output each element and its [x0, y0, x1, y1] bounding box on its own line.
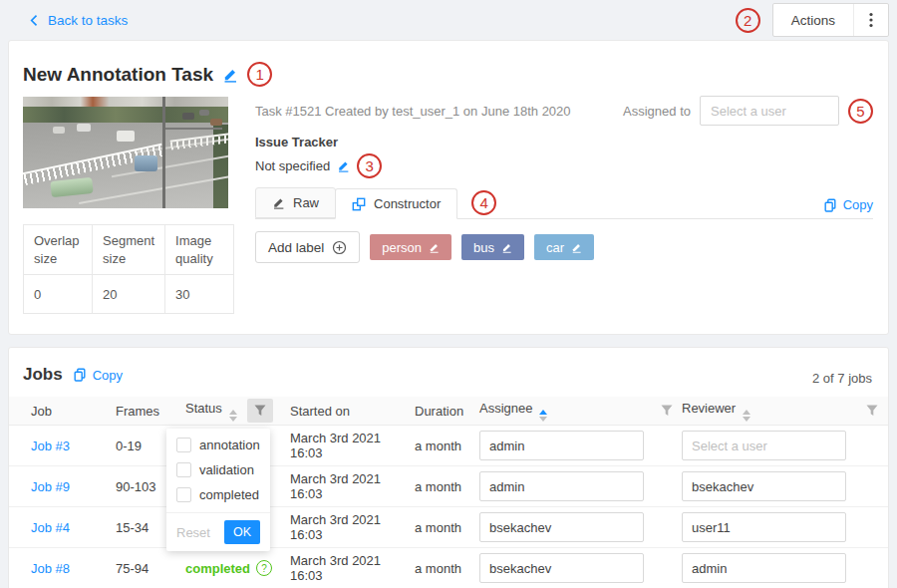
label-chip-bus-name: bus	[473, 240, 494, 255]
filter-icon-reviewer[interactable]	[859, 399, 885, 423]
table-row: Job #3 0-19 March 3rd 2021 16:03 a month	[9, 426, 888, 466]
tab-raw[interactable]: Raw	[255, 187, 336, 218]
tab-constructor-label: Constructor	[374, 196, 441, 211]
jobs-count: 2 of 7 jobs	[812, 371, 872, 386]
label-chip-bus[interactable]: bus	[461, 234, 524, 260]
filter-option-validation-label: validation	[199, 462, 254, 477]
duration-cell: a month	[407, 507, 471, 548]
reviewer-input[interactable]	[682, 512, 846, 542]
started-cell: March 3rd 2021 16:03	[282, 507, 407, 548]
plus-circle-icon	[332, 240, 347, 255]
copy-jobs-label: Copy	[93, 368, 123, 383]
annotation-marker-4: 4	[471, 190, 496, 215]
sort-icon-reviewer[interactable]	[743, 410, 750, 422]
checkbox-icon[interactable]	[176, 438, 191, 452]
copy-icon	[823, 198, 837, 212]
param-header-overlap: Overlap size	[24, 225, 93, 275]
label-chip-car[interactable]: car	[534, 234, 594, 260]
task-parameters-table: Overlap size Segment size Image quality …	[23, 224, 234, 314]
back-to-tasks-label: Back to tasks	[48, 13, 128, 28]
col-header-assignee[interactable]: Assignee	[471, 397, 654, 426]
more-vertical-icon[interactable]	[854, 12, 888, 28]
started-cell: March 3rd 2021 16:03	[282, 466, 407, 507]
label-chip-person[interactable]: person	[370, 234, 451, 260]
assignee-input[interactable]	[479, 471, 644, 501]
param-value-segment: 20	[93, 275, 165, 314]
edit-issue-tracker-icon[interactable]	[337, 159, 350, 172]
col-header-started: Started on	[282, 397, 407, 426]
tab-constructor[interactable]: Constructor	[335, 188, 457, 219]
filter-icon-assignee[interactable]	[654, 399, 680, 423]
col-header-frames: Frames	[108, 397, 177, 426]
job-link[interactable]: Job #4	[31, 520, 70, 535]
jobs-card: Jobs Copy 2 of 7 jobs Job Frames Status …	[8, 347, 889, 588]
assignee-input[interactable]	[479, 553, 644, 583]
edit-label-icon[interactable]	[429, 242, 440, 253]
filter-option-annotation-label: annotation	[199, 438, 260, 452]
pencil-icon	[272, 196, 285, 209]
filter-ok-button[interactable]: OK	[224, 520, 260, 544]
param-header-quality: Image quality	[165, 225, 234, 275]
job-link[interactable]: Job #8	[31, 561, 70, 576]
filter-option-completed[interactable]: completed	[166, 482, 270, 507]
duration-cell: a month	[407, 548, 471, 588]
job-link[interactable]: Job #9	[31, 479, 70, 494]
duration-cell: a month	[407, 426, 471, 466]
checkbox-icon[interactable]	[176, 487, 191, 502]
task-thumbnail	[23, 97, 228, 208]
sort-icon-status[interactable]	[229, 410, 237, 422]
annotation-marker-1: 1	[247, 62, 272, 87]
edit-label-icon[interactable]	[501, 242, 512, 253]
sort-icon-assignee[interactable]	[539, 410, 547, 422]
copy-labels-label: Copy	[843, 197, 873, 212]
reviewer-input[interactable]	[682, 471, 846, 501]
copy-labels-link[interactable]: Copy	[823, 197, 873, 212]
started-cell: March 3rd 2021 16:03	[282, 426, 407, 466]
issue-tracker-value: Not specified	[255, 158, 330, 173]
filter-reset-button[interactable]: Reset	[176, 525, 210, 540]
job-link[interactable]: Job #3	[31, 439, 70, 453]
filter-icon-status[interactable]	[247, 399, 273, 423]
task-title: New Annotation Task	[23, 64, 213, 86]
back-to-tasks-link[interactable]: Back to tasks	[28, 13, 128, 28]
edit-task-name-icon[interactable]	[222, 67, 238, 83]
status-filter-dropdown: annotation validation completed Reset OK	[166, 429, 270, 551]
actions-button[interactable]: Actions	[772, 3, 889, 37]
copy-icon	[73, 368, 87, 382]
add-label-button[interactable]: Add label	[255, 231, 360, 263]
annotation-marker-3: 3	[357, 153, 382, 178]
assigned-to-label: Assigned to	[623, 104, 691, 119]
copy-jobs-link[interactable]: Copy	[73, 368, 123, 383]
labels-tabs: Raw Constructor 4 Copy	[255, 188, 873, 219]
label-chip-person-name: person	[382, 240, 422, 255]
task-meta-text: Task #1521 Created by test_user_1 on Jun…	[255, 104, 571, 119]
col-header-status[interactable]: Status	[177, 397, 237, 426]
reviewer-input[interactable]	[682, 553, 846, 583]
task-details-card: New Annotation Task 1 Overlap size Segme…	[8, 40, 889, 335]
assignee-input[interactable]	[479, 512, 644, 542]
checkbox-icon[interactable]	[176, 462, 191, 477]
assignee-input[interactable]	[479, 431, 644, 460]
param-value-overlap: 0	[24, 275, 93, 314]
assigned-to-input[interactable]	[700, 96, 839, 126]
annotation-marker-5: 5	[848, 99, 873, 124]
issue-tracker-label: Issue Tracker	[255, 135, 338, 149]
duration-cell: a month	[407, 466, 471, 507]
col-header-reviewer[interactable]: Reviewer	[674, 397, 856, 426]
frames-cell: 75-94	[108, 548, 177, 588]
filter-option-validation[interactable]: validation	[166, 457, 270, 482]
reviewer-input[interactable]	[682, 431, 846, 460]
param-value-quality: 30	[165, 275, 234, 314]
actions-button-label: Actions	[773, 4, 854, 36]
jobs-table: Job Frames Status Started on Duration As…	[9, 397, 888, 588]
col-header-duration: Duration	[407, 397, 471, 426]
table-row: Job #4 15-34 March 3rd 2021 16:03 a mont…	[9, 507, 888, 548]
tab-raw-label: Raw	[293, 195, 319, 210]
filter-option-annotation[interactable]: annotation	[166, 433, 270, 457]
label-chip-car-name: car	[546, 240, 564, 255]
filter-option-completed-label: completed	[199, 487, 259, 502]
table-row: Job #9 90-103 March 3rd 2021 16:03 a mon…	[9, 466, 888, 507]
chevron-left-icon	[28, 14, 41, 27]
edit-label-icon[interactable]	[571, 242, 582, 253]
question-circle-icon[interactable]	[256, 560, 272, 576]
